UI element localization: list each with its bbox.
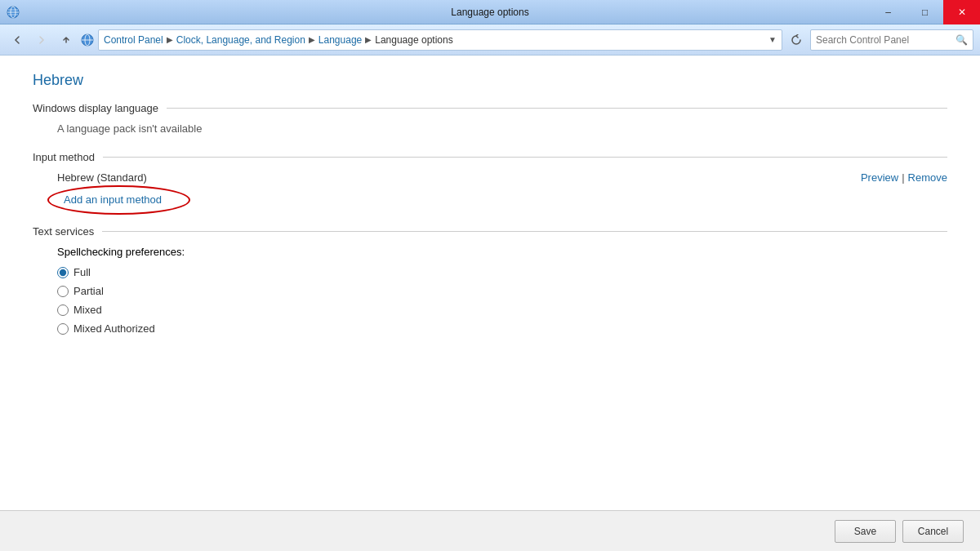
radio-mixed-auth-label: Mixed Authorized <box>74 322 155 335</box>
add-input-container: Add an input method <box>57 190 168 209</box>
add-input-method-button[interactable]: Add an input method <box>57 190 168 209</box>
page-title: Hebrew <box>33 72 947 89</box>
radio-mixed[interactable]: Mixed <box>57 304 947 316</box>
input-method-title: Input method <box>33 151 95 163</box>
up-button[interactable] <box>56 29 77 51</box>
breadcrumb-sep-2: ▶ <box>309 35 315 44</box>
radio-mixed-auth-input[interactable] <box>57 323 69 335</box>
spellcheck-radio-group: Full Partial Mixed Mixed Authorized <box>57 266 947 335</box>
radio-partial-label: Partial <box>74 285 104 297</box>
search-input[interactable] <box>816 34 956 46</box>
action-separator: | <box>902 171 904 184</box>
display-language-content: A language pack isn't available <box>33 122 947 135</box>
input-method-row: Hebrew (Standard) Preview | Remove <box>57 171 947 184</box>
breadcrumb-control-panel[interactable]: Control Panel <box>104 34 163 46</box>
text-services-content: Spellchecking preferences: Full Partial … <box>33 246 947 335</box>
forward-button[interactable] <box>31 29 52 51</box>
radio-mixed-input[interactable] <box>57 304 69 316</box>
spellcheck-label: Spellchecking preferences: <box>57 246 947 258</box>
breadcrumb-clock-lang[interactable]: Clock, Language, and Region <box>176 34 305 46</box>
display-language-title: Windows display language <box>33 102 158 114</box>
footer: Save Cancel <box>0 510 980 551</box>
display-language-header: Windows display language <box>33 102 947 114</box>
radio-partial[interactable]: Partial <box>57 285 947 297</box>
breadcrumb-current: Language options <box>375 34 452 46</box>
radio-full-input[interactable] <box>57 267 69 278</box>
breadcrumb-dropdown-button[interactable]: ▼ <box>768 35 777 44</box>
close-button[interactable]: ✕ <box>943 0 980 24</box>
text-services-header: Text services <box>33 225 947 238</box>
refresh-button[interactable] <box>786 29 807 51</box>
window-title: Language options <box>451 7 528 18</box>
title-bar: Language options – □ ✕ <box>0 0 980 24</box>
radio-full-label: Full <box>74 266 91 278</box>
main-area: Hebrew Windows display language A langua… <box>0 56 980 510</box>
remove-button[interactable]: Remove <box>908 171 947 184</box>
breadcrumb-sep-3: ▶ <box>365 35 372 44</box>
search-button[interactable]: 🔍 <box>956 34 968 46</box>
back-button[interactable] <box>7 29 28 51</box>
display-language-divider <box>167 108 947 109</box>
radio-mixed-auth[interactable]: Mixed Authorized <box>57 322 947 335</box>
input-method-divider <box>103 157 947 158</box>
breadcrumb-sep-1: ▶ <box>167 35 173 44</box>
input-method-section: Input method Hebrew (Standard) Preview |… <box>33 151 947 209</box>
title-bar-left <box>7 6 20 19</box>
input-method-content: Hebrew (Standard) Preview | Remove Add a… <box>33 171 947 209</box>
text-services-section: Text services Spellchecking preferences:… <box>33 225 947 335</box>
app-icon <box>7 6 20 19</box>
maximize-button[interactable]: □ <box>906 0 943 24</box>
radio-full[interactable]: Full <box>57 266 947 278</box>
radio-mixed-label: Mixed <box>74 304 102 316</box>
display-language-section: Windows display language A language pack… <box>33 102 947 135</box>
content-area: Hebrew Windows display language A langua… <box>0 56 980 510</box>
input-method-actions: Preview | Remove <box>861 171 947 184</box>
text-services-divider <box>102 231 947 232</box>
input-method-name: Hebrew (Standard) <box>57 171 147 184</box>
breadcrumb-bar: Control Panel ▶ Clock, Language, and Reg… <box>98 29 782 51</box>
location-icon <box>80 33 95 47</box>
window-controls: – □ ✕ <box>870 0 980 24</box>
radio-partial-input[interactable] <box>57 286 69 297</box>
minimize-button[interactable]: – <box>870 0 906 24</box>
preview-button[interactable]: Preview <box>861 171 898 184</box>
search-box: 🔍 <box>810 29 973 51</box>
address-bar: Control Panel ▶ Clock, Language, and Reg… <box>0 24 980 56</box>
save-button[interactable]: Save <box>835 520 896 543</box>
input-method-header: Input method <box>33 151 947 163</box>
lang-pack-status: A language pack isn't available <box>57 122 947 135</box>
breadcrumb-language[interactable]: Language <box>318 34 362 46</box>
text-services-title: Text services <box>33 225 94 238</box>
cancel-button[interactable]: Cancel <box>902 520 964 543</box>
